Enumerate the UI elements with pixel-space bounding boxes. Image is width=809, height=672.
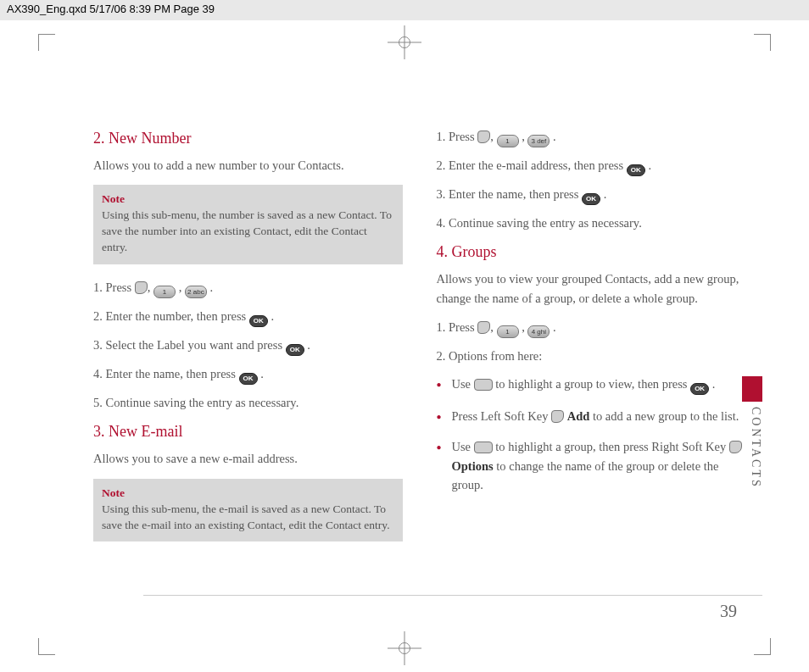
bold-options: Options bbox=[452, 459, 494, 473]
left-softkey-icon bbox=[551, 410, 564, 423]
ok-icon: OK bbox=[239, 373, 258, 385]
left-softkey-icon bbox=[477, 131, 490, 143]
step: 2. Enter the number, then press OK . bbox=[93, 307, 403, 327]
key-1-icon: 1 bbox=[497, 135, 519, 147]
ok-icon: OK bbox=[249, 315, 268, 327]
ok-icon: OK bbox=[286, 344, 304, 356]
key-1-icon: 1 bbox=[153, 286, 176, 298]
nav-key-icon bbox=[474, 379, 493, 391]
nav-key-icon bbox=[474, 442, 493, 453]
bold-add: Add bbox=[567, 409, 590, 423]
options-list: Use to highlight a group to view, then p… bbox=[437, 375, 746, 495]
side-tab-bar bbox=[742, 376, 762, 402]
key-2-icon: 2 abc bbox=[185, 286, 207, 298]
left-softkey-icon bbox=[477, 321, 490, 334]
right-softkey-icon bbox=[729, 441, 742, 453]
step: 3. Select the Label you want and press O… bbox=[93, 336, 403, 356]
registration-mark bbox=[388, 25, 421, 59]
note-title: Note bbox=[102, 192, 394, 208]
right-column: 1. Press , 1 , 3 def . 2. Enter the e-ma… bbox=[437, 127, 746, 596]
step: 4. Enter the name, then press OK . bbox=[93, 364, 403, 385]
key-4-icon: 4 ghi bbox=[527, 325, 550, 338]
step: 2. Options from here: bbox=[437, 347, 746, 365]
note-body: Using this sub-menu, the e-mail is saved… bbox=[102, 502, 394, 534]
subtitle: Allows you to add a new number to your C… bbox=[93, 156, 403, 175]
step: 1. Press , 1 , 2 abc . bbox=[93, 278, 403, 298]
note-title: Note bbox=[102, 486, 394, 502]
page-number: 39 bbox=[720, 602, 737, 621]
step: 1. Press , 1 , 3 def . bbox=[437, 127, 746, 147]
crop-mark bbox=[754, 638, 771, 655]
crop-mark bbox=[754, 34, 771, 51]
crop-mark bbox=[38, 638, 55, 655]
subtitle: Allows you to view your grouped Contacts… bbox=[437, 269, 746, 308]
left-softkey-icon bbox=[135, 281, 148, 294]
ok-icon: OK bbox=[582, 193, 600, 205]
step: 4. Continue saving the entry as necessar… bbox=[437, 214, 746, 232]
key-3-icon: 3 def bbox=[527, 135, 550, 147]
subtitle: Allows you to save a new e-mail address. bbox=[93, 449, 403, 468]
ok-icon: OK bbox=[690, 383, 709, 395]
list-item: Press Left Soft Key Add to add a new gro… bbox=[452, 407, 746, 425]
note-body: Using this sub-menu, the number is saved… bbox=[102, 208, 394, 256]
ok-icon: OK bbox=[627, 164, 645, 176]
registration-mark bbox=[388, 631, 421, 665]
list-item: Use to highlight a group to view, then p… bbox=[452, 375, 746, 395]
section-tab: CONTACTS bbox=[749, 407, 762, 489]
left-column: 2. New Number Allows you to add a new nu… bbox=[93, 127, 403, 596]
note-box: Note Using this sub-menu, the e-mail is … bbox=[93, 479, 403, 542]
step: 1. Press , 1 , 4 ghi . bbox=[437, 318, 746, 338]
heading-new-number: 2. New Number bbox=[93, 127, 403, 151]
heading-groups: 4. Groups bbox=[437, 241, 746, 264]
key-1-icon: 1 bbox=[497, 325, 519, 338]
page-content: 2. New Number Allows you to add a new nu… bbox=[93, 127, 745, 596]
step: 2. Enter the e-mail address, then press … bbox=[437, 156, 746, 176]
prepress-header: AX390_Eng.qxd 5/17/06 8:39 PM Page 39 bbox=[0, 0, 809, 20]
heading-new-email: 3. New E-mail bbox=[93, 420, 403, 444]
step: 5. Continue saving the entry as necessar… bbox=[93, 393, 403, 412]
list-item: Use to highlight a group, then press Rig… bbox=[452, 437, 746, 494]
note-box: Note Using this sub-menu, the number is … bbox=[93, 185, 403, 264]
crop-mark bbox=[38, 34, 55, 51]
step: 3. Enter the name, then press OK . bbox=[437, 185, 746, 205]
